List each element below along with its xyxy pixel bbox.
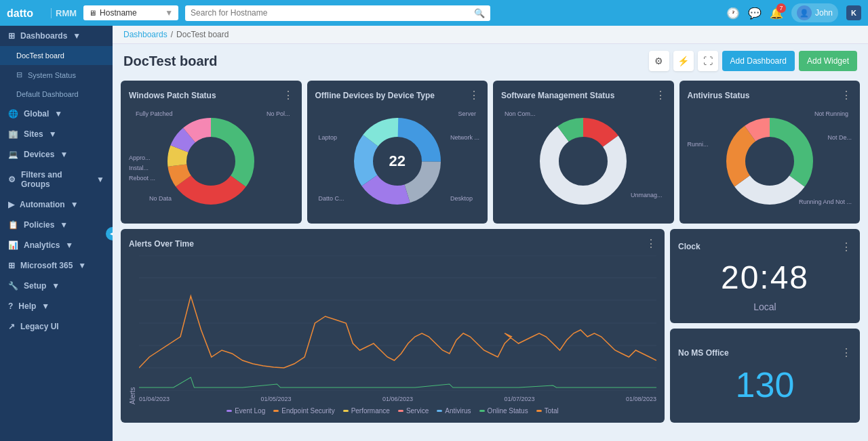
global-icon: 🌐 <box>8 109 18 119</box>
sidebar-filters[interactable]: ⚙ Filters and Groups ▼ <box>0 165 113 194</box>
sidebar-dashboards-label: Dashboards <box>20 31 67 41</box>
alerts-title: Alerts Over Time <box>129 239 194 249</box>
sidebar-policies-label: Policies <box>24 220 54 230</box>
right-panel: Clock ⋮ 20:48 Local No MS Office ⋮ 130 <box>670 229 860 423</box>
sidebar-item-default-dashboard[interactable]: Default Dashboard <box>0 85 113 104</box>
widget-header: Antivirus Status ⋮ <box>688 89 852 102</box>
sidebar-setup-label: Setup <box>24 281 46 291</box>
legend-dot <box>273 410 279 412</box>
widget-menu-icon[interactable]: ⋮ <box>283 89 294 102</box>
widgets-row-top: Windows Patch Status ⋮ <box>121 81 860 224</box>
content-area: Dashboards / DocTest board DocTest board… <box>113 26 868 441</box>
sidebar-help[interactable]: ? Help ▼ <box>0 296 113 316</box>
clock-menu-icon[interactable]: ⋮ <box>841 240 852 253</box>
legend-dot <box>536 410 542 412</box>
widget-menu-icon[interactable]: ⋮ <box>655 89 666 102</box>
share-button[interactable]: ⚡ <box>673 51 694 71</box>
clock-title: Clock <box>678 242 701 251</box>
chart-legend: Event Log Endpoint Security Performance <box>129 407 656 415</box>
software-donut-chart <box>532 110 634 212</box>
no-ms-count: 130 <box>736 364 795 405</box>
hostname-label: Hostname <box>100 8 137 18</box>
chat-icon[interactable]: 💬 <box>748 6 762 20</box>
clock-header: Clock ⋮ <box>678 240 852 253</box>
legend-dot <box>437 410 442 412</box>
sidebar-item-system-label: System Status <box>28 71 76 79</box>
search-bar[interactable]: 🔍 <box>185 5 490 21</box>
sidebar-dashboards[interactable]: ⊞ Dashboards ▼ <box>0 26 113 46</box>
legend-dot <box>398 410 403 412</box>
breadcrumb-dashboards[interactable]: Dashboards <box>123 30 167 39</box>
legend-service: Service <box>398 407 429 415</box>
sidebar-policies[interactable]: 📋 Policies ▼ <box>0 215 113 235</box>
sidebar-devices[interactable]: 💻 Devices ▼ <box>0 144 113 165</box>
legend-label: Performance <box>351 407 390 415</box>
search-icon: 🔍 <box>474 8 485 18</box>
sidebar-filters-label: Filters and Groups <box>21 170 91 189</box>
widget-header: Offline Devices by Device Type ⋮ <box>315 89 480 102</box>
legend-label: Total <box>545 407 559 415</box>
add-dashboard-button[interactable]: Add Dashboard <box>722 51 795 71</box>
sidebar-global[interactable]: 🌐 Global ▼ <box>0 104 113 124</box>
sw-label-unmanaged: Unmanag... <box>631 192 663 198</box>
legend-performance: Performance <box>343 407 390 415</box>
sites-icon: 🏢 <box>8 129 18 139</box>
alerts-widget: Alerts Over Time ⋮ Alerts <box>121 229 665 423</box>
sidebar-item-system-status[interactable]: ⊟ System Status <box>0 65 113 85</box>
sidebar-legacy[interactable]: ↗ Legacy UI <box>0 316 113 337</box>
offline-label-datto: Datto C... <box>319 195 344 202</box>
widget-title: Software Management Status <box>501 91 614 100</box>
sidebar-sites[interactable]: 🏢 Sites ▼ <box>0 124 113 144</box>
patch-label-nopol: No Pol... <box>267 110 290 117</box>
breadcrumb-separator: / <box>171 30 173 39</box>
sidebar-item-doctest[interactable]: DocTest board <box>0 46 113 65</box>
bell-icon[interactable]: 🔔 7 <box>770 6 783 20</box>
hostname-select[interactable]: 🖥 Hostname ▼ <box>83 5 178 20</box>
sidebar-analytics[interactable]: 📊 Analytics ▼ <box>0 235 113 255</box>
x-label-5: 01/08/2023 <box>626 396 656 402</box>
sidebar-devices-label: Devices <box>24 150 54 159</box>
legend-label: Event Log <box>235 407 265 415</box>
widget-menu-icon[interactable]: ⋮ <box>469 89 479 102</box>
sidebar-ms365-label: Microsoft 365 <box>20 261 73 270</box>
sidebar-setup[interactable]: 🔧 Setup ▼ <box>0 276 113 296</box>
sidebar-item-doctest-label: DocTest board <box>16 51 64 60</box>
add-widget-button[interactable]: Add Widget <box>799 51 857 71</box>
offline-label-laptop: Laptop <box>319 134 338 141</box>
sidebar-ms365[interactable]: ⊞ Microsoft 365 ▼ <box>0 255 113 276</box>
sidebar-item-system-icon: ⊟ <box>16 70 22 79</box>
legend-label: Online Status <box>488 407 528 415</box>
patch-label-fully: Fully Patched <box>136 110 173 117</box>
sidebar-analytics-label: Analytics <box>24 240 60 250</box>
clock-icon[interactable]: 🕐 <box>726 6 740 20</box>
no-ms-title: No MS Office <box>678 348 729 358</box>
patch-donut-chart <box>160 110 262 212</box>
alerts-menu-icon[interactable]: ⋮ <box>646 237 656 250</box>
logo: datto RMM <box>7 6 77 20</box>
y-axis-label: Alerts <box>129 255 136 404</box>
user-button[interactable]: 👤 John <box>791 3 838 22</box>
no-ms-office-widget: No MS Office ⋮ 130 <box>670 329 860 423</box>
legend-dot <box>226 410 232 412</box>
legend-endpoint: Endpoint Security <box>273 407 334 415</box>
widget-menu-icon[interactable]: ⋮ <box>841 89 852 102</box>
software-mgmt-widget: Software Management Status ⋮ Non Com... … <box>493 81 674 224</box>
legend-label: Service <box>406 407 429 415</box>
x-axis-labels: 01/04/2023 01/05/2023 01/06/2023 01/07/2… <box>139 394 656 404</box>
no-ms-menu-icon[interactable]: ⋮ <box>841 346 852 359</box>
k-badge[interactable]: K <box>846 5 861 20</box>
widget-title: Antivirus Status <box>688 91 750 100</box>
offline-label-desktop: Desktop <box>450 195 473 202</box>
clock-time: 20:48 <box>721 259 809 296</box>
clock-widget: Clock ⋮ 20:48 Local <box>670 229 860 323</box>
fullscreen-button[interactable]: ⛶ <box>698 51 718 71</box>
widget-title: Offline Devices by Device Type <box>315 91 435 100</box>
top-navigation: datto RMM 🖥 Hostname ▼ 🔍 🕐 💬 🔔 7 👤 John … <box>0 0 868 26</box>
settings-button[interactable]: ⚙ <box>649 51 669 71</box>
search-input[interactable] <box>191 8 474 18</box>
dashboard-header: DocTest board ⚙ ⚡ ⛶ Add Dashboard Add Wi… <box>113 44 868 75</box>
x-label-1: 01/04/2023 <box>139 396 170 402</box>
legend-antivirus: Antivirus <box>437 407 471 415</box>
sidebar-automation[interactable]: ▶ Automation ▼ <box>0 194 113 215</box>
patch-label-reboot: Reboot ... <box>129 175 155 182</box>
